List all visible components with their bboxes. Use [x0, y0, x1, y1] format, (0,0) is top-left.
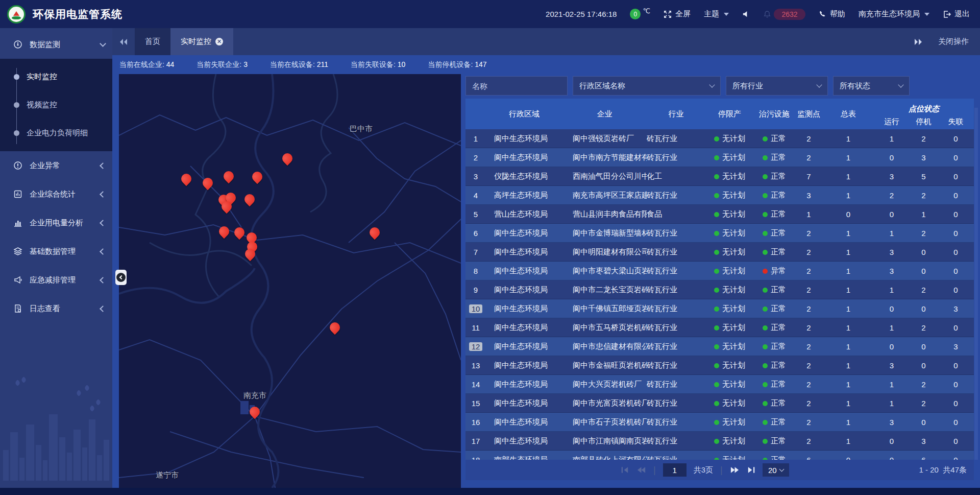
cell-facility-status: 正常: [754, 451, 795, 461]
status-select[interactable]: 所有状态: [833, 76, 910, 96]
cell-region: 营山生态环境局: [486, 205, 562, 224]
status-dot-icon: [763, 382, 768, 387]
close-operations-button[interactable]: 关闭操作: [938, 37, 969, 46]
status-text: 无计划: [722, 285, 745, 295]
page-number-input[interactable]: [663, 463, 687, 477]
cell-facility-status: 正常: [754, 394, 795, 413]
chevron-left-icon: [100, 162, 106, 169]
industry-select[interactable]: 所有行业: [726, 76, 828, 96]
region-select[interactable]: 行政区域名称: [573, 76, 721, 96]
cell-region: 阆中生态环境局: [486, 129, 562, 148]
status-text: 无计划: [722, 153, 745, 162]
sidebar-group-0[interactable]: 数据监测: [0, 30, 112, 59]
sidebar-group-5[interactable]: 应急减排管理: [0, 266, 112, 294]
first-page-button[interactable]: [621, 466, 629, 474]
notification-widget[interactable]: 2632: [763, 9, 805, 20]
cell-facility-status: 正常: [754, 129, 795, 148]
top-header: 环保用电监管系统 2021-02-25 17:46:18 0 ℃ 全屏 主题 2…: [0, 0, 980, 28]
app-title: 环保用电监管系统: [33, 7, 122, 21]
cell-facility-status: 正常: [754, 205, 795, 224]
sidebar-group-label: 企业异常: [30, 161, 60, 171]
table-row[interactable]: 3仪陇生态环境局西南油气田分公司川中化工无计划正常71350: [465, 167, 974, 186]
sidebar-item-label: 企业电力负荷明细: [27, 128, 88, 138]
help-button[interactable]: 帮助: [819, 9, 845, 19]
table-row[interactable]: 13阆中生态环境局阆中市金福旺页岩机砖砖瓦行业无计划正常21300: [465, 356, 974, 375]
table-row[interactable]: 9阆中生态环境局阆中市二龙长宝页岩砖砖瓦行业无计划正常21120: [465, 280, 974, 299]
cell-run: 3: [874, 413, 910, 432]
last-page-button[interactable]: [747, 466, 755, 474]
mute-button[interactable]: [742, 10, 750, 18]
cell-run: 1: [874, 375, 910, 394]
status-dot-icon: [714, 288, 719, 293]
table-row[interactable]: 5营山生态环境局营山县润丰肉食品有限食品无计划正常10010: [465, 205, 974, 224]
table-row[interactable]: 17阆中生态环境局阆中市江南镇阆南页岩砖瓦行业无计划正常21030: [465, 432, 974, 451]
tab-1[interactable]: 实时监控✕: [170, 28, 233, 55]
table-row[interactable]: 16阆中生态环境局阆中市石子页岩机砖厂砖瓦行业无计划正常21300: [465, 413, 974, 432]
sidebar-group-4[interactable]: 基础数据管理: [0, 237, 112, 266]
logout-label: 退出: [954, 9, 970, 19]
cell-industry: 食品: [647, 205, 705, 224]
status-text: 无计划: [722, 134, 745, 144]
sidebar-group-2[interactable]: 企业综合统计: [0, 180, 112, 208]
col-monitor: 监测点: [795, 99, 823, 129]
cell-monitor: 2: [795, 224, 823, 243]
cell-halt: 0: [910, 337, 938, 356]
theme-dropdown[interactable]: 主题: [704, 9, 729, 19]
stat-label: 当前在线企业:: [119, 60, 166, 68]
sidebar-group-6[interactable]: 日志查看: [0, 294, 112, 323]
map-collapse-button[interactable]: [115, 270, 127, 285]
double-chevron-right-icon[interactable]: [914, 38, 923, 45]
name-search-input[interactable]: [465, 76, 568, 96]
cell-total: 1: [823, 243, 874, 262]
main-content: 当前在线企业: 44当前失联企业: 3当前在线设备: 211当前失联设备: 10…: [112, 55, 980, 488]
map-panel[interactable]: 巴中市南充市遂宁市: [119, 74, 461, 488]
table-row[interactable]: 10阆中生态环境局阆中千佛镇五郎垭页岩砖瓦行业无计划正常21003: [465, 299, 974, 318]
table-row[interactable]: 7阆中生态环境局阆中明阳建材有限公司砖瓦行业无计划正常21300: [465, 243, 974, 262]
table-row[interactable]: 11阆中生态环境局阆中市五马桥页岩机砖砖瓦行业无计划正常21120: [465, 318, 974, 337]
tab-close-icon[interactable]: ✕: [215, 38, 223, 45]
table-row[interactable]: 14阆中生态环境局阆中大兴页岩机砖厂砖瓦行业无计划正常21120: [465, 375, 974, 394]
table-row[interactable]: 1阆中生态环境局阆中强锐页岩砖厂砖瓦行业无计划正常21120: [465, 129, 974, 148]
cell-stop-status: 无计划: [705, 280, 754, 299]
cell-total: 1: [823, 375, 874, 394]
prev-page-button[interactable]: [636, 466, 646, 474]
cell-run: 1: [874, 224, 910, 243]
logout-button[interactable]: 退出: [943, 9, 970, 19]
cell-monitor: 2: [795, 356, 823, 375]
cell-run: 1: [874, 318, 910, 337]
log-icon: [13, 304, 22, 313]
table-row[interactable]: 4高坪生态环境局南充市高坪区王家店建砖瓦行业无计划正常31220: [465, 186, 974, 205]
table-row[interactable]: 6阆中生态环境局阆中市金博瑞新型墙材砖瓦行业无计划正常21120: [465, 224, 974, 243]
sidebar-item-0-0[interactable]: 实时监控: [0, 63, 112, 91]
tabs-scroll-left-button[interactable]: [112, 28, 135, 55]
table-row[interactable]: 15阆中生态环境局阆中市光富页岩机砖厂砖瓦行业无计划正常21120: [465, 394, 974, 413]
sidebar-group-3[interactable]: 企业用电量分析: [0, 208, 112, 237]
next-page-button[interactable]: [730, 466, 740, 474]
table-row[interactable]: 12阆中生态环境局阆中市忠信建材有限公砖瓦行业无计划正常21003: [465, 337, 974, 356]
temperature-unit: ℃: [643, 7, 650, 15]
total-pages-label: 共3页: [694, 465, 713, 475]
status-text: 正常: [771, 153, 786, 162]
chevron-down-icon: [100, 40, 106, 47]
table-scrollbar[interactable]: [974, 108, 978, 460]
sidebar-group-1[interactable]: 企业异常: [0, 151, 112, 180]
org-dropdown[interactable]: 南充市生态环境局: [859, 9, 929, 19]
status-dot-icon: [763, 269, 768, 274]
datetime-display: 2021-02-25 17:46:18: [546, 10, 617, 18]
status-text: 无计划: [722, 323, 745, 333]
cell-index: 4: [465, 186, 486, 205]
fullscreen-button[interactable]: 全屏: [664, 9, 691, 19]
cell-lost: 0: [938, 375, 974, 394]
page-size-select[interactable]: 20: [763, 463, 789, 477]
sidebar-item-0-2[interactable]: 企业电力负荷明细: [0, 119, 112, 147]
pagination-controls: | 共3页 | 20: [621, 463, 789, 477]
table-row[interactable]: 8阆中生态环境局阆中市枣碧大梁山页岩砖瓦行业无计划异常21300: [465, 262, 974, 280]
cell-halt: 2: [910, 318, 938, 337]
row-index: 3: [469, 172, 482, 181]
status-dot-icon: [763, 401, 768, 406]
table-row[interactable]: 2阆中生态环境局阆中市南方节能建材有砖瓦行业无计划正常21030: [465, 148, 974, 167]
row-index: 5: [469, 210, 482, 219]
tab-0[interactable]: 首页: [135, 28, 170, 55]
sidebar-item-0-1[interactable]: 视频监控: [0, 91, 112, 119]
table-row[interactable]: 18南部生态环境局南部县砖化上河有限公砖瓦行业无计划正常60060: [465, 451, 974, 461]
